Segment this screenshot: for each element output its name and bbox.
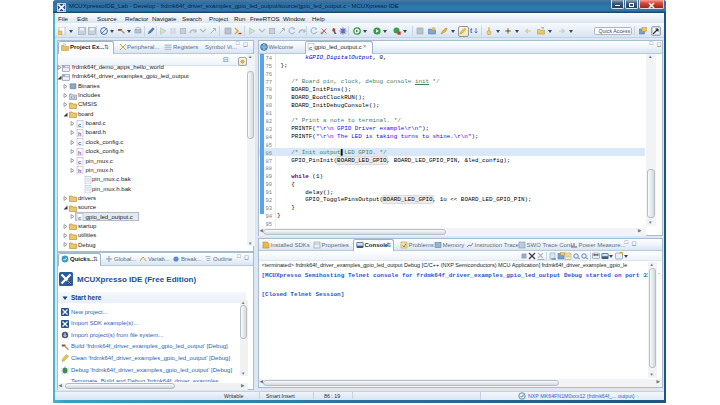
svg-text:c: c — [309, 45, 312, 51]
svg-text:c: c — [78, 159, 81, 165]
svg-text:c: c — [78, 140, 81, 146]
svg-text:c: c — [78, 121, 81, 127]
svg-text:t: t — [470, 27, 473, 34]
svg-text:c: c — [78, 215, 81, 221]
